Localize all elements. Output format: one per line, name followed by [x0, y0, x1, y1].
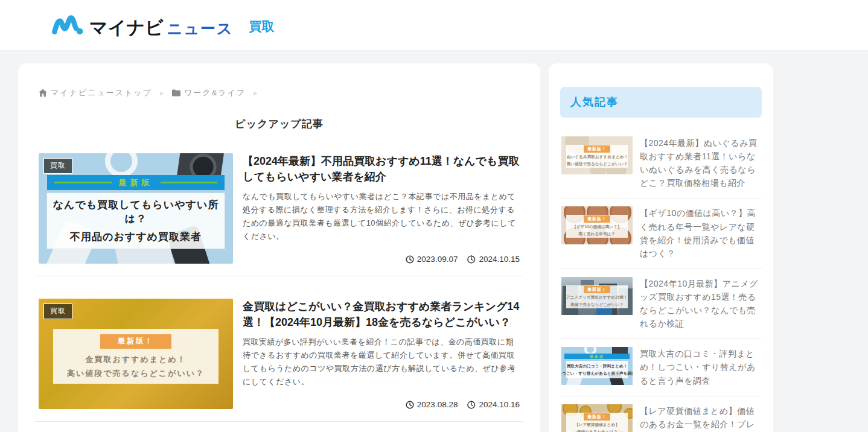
brand-text-main: マイナビ	[89, 19, 164, 37]
article-body: 【2024年最新】不用品買取おすすめ11選！なんでも買取してもらいやすい業者を紹…	[243, 153, 520, 264]
main-content: マイナビニューストップ ＞ ワーク&ライフ ＞ ピックアップ記事 買取	[18, 63, 540, 432]
popular-article-item[interactable]: 最新版！ 【レア硬貨価値まとめ】 価値のあるお金とは？ 【レア硬貨価値まとめ】価…	[560, 396, 762, 432]
mynavi-wave-icon	[51, 14, 83, 37]
popular-article-title: 【2024年10月最新】アニメグッズ買取おすすめ15選！売るならどこがいい？なん…	[640, 277, 761, 330]
updated-date: 2024.10.16	[467, 400, 520, 409]
category-badge: 買取	[43, 158, 72, 174]
article-thumbnail[interactable]: 買取 最新版！ 金買取おすすめまとめ！ 高い値段で売るならどこがいい？	[39, 299, 233, 409]
published-date: 2023.08.28	[406, 400, 458, 409]
popular-article-item[interactable]: 最新版！ ぬいぐるみ買取おすすめまとめ！ 高い値段で売るならどこがいい？ 【20…	[560, 129, 762, 199]
clock-icon	[406, 401, 414, 409]
breadcrumb-home-label: マイナビニューストップ	[51, 87, 152, 98]
article-title-link[interactable]: 金買取はどこがいい？金買取おすすめ業者ランキング14選！【2024年10月最新】…	[243, 299, 520, 330]
published-date: 2023.09.07	[406, 255, 458, 264]
nav-kaitori-link[interactable]: 買取	[249, 16, 275, 35]
sidebar: 人気記事 最新版！ ぬいぐるみ買取おすすめまとめ！ 高い値段で売るならどこがいい…	[549, 63, 773, 432]
history-icon	[467, 255, 476, 264]
clock-icon	[406, 255, 414, 264]
popular-article-title: 【2024年最新】ぬいぐるみ買取おすすめ業者11選！いらないぬいぐるみを高く売る…	[640, 136, 761, 189]
thumb-caption-box: なんでも買取してもらいやすい所は？ 不用品のおすすめ買取業者	[47, 193, 225, 249]
popular-article-item[interactable]: 最新版 買取大吉の口コミ・評判まとめ！ しつこい・すり替えがあると言う声を調査 …	[560, 339, 762, 396]
article-item: 買取 最新版！ 金買取おすすめまとめ！ 高い値段で売るならどこがいい？ 金買取は…	[35, 276, 523, 422]
folder-icon	[172, 89, 180, 97]
page-body: マイナビニューストップ ＞ ワーク&ライフ ＞ ピックアップ記事 買取	[0, 51, 868, 432]
pickup-section-title: ピックアップ記事	[35, 117, 523, 131]
article-dates: 2023.09.07 2024.10.15	[243, 255, 520, 264]
breadcrumb-separator: ＞	[252, 89, 260, 98]
article-excerpt: なんでも買取してもらいやすい業者はどこ？本記事では不用品をまとめて処分する際に損…	[243, 190, 520, 243]
breadcrumb-category-link[interactable]: ワーク&ライフ	[172, 87, 246, 98]
breadcrumb-category-label: ワーク&ライフ	[184, 87, 246, 98]
popular-article-title: 買取大吉の口コミ・評判まとめ！しつこい・すり替えがあると言う声を調査	[640, 347, 761, 387]
breadcrumb-home-link[interactable]: マイナビニューストップ	[39, 87, 152, 98]
popular-article-thumbnail: 最新版！ アニメグッズ買取おすすめ15選！ 高値で売るならどこがいい？	[561, 277, 633, 315]
thumb-caption-box: 最新版！ 金買取おすすめまとめ！ 高い値段で売るならどこがいい？	[53, 329, 219, 384]
popular-article-thumbnail: 最新版！ 【ギザ10の価値は高い？】 高く売れる年号は？	[561, 206, 633, 244]
article-item: 買取 最新版 なんでも買取してもらいやすい所は？ 不用品のおすすめ買取業者 【2…	[35, 131, 523, 276]
article-thumbnail[interactable]: 買取 最新版 なんでも買取してもらいやすい所は？ 不用品のおすすめ買取業者	[39, 153, 233, 264]
article-excerpt: 買取実績が多い評判がいい業者を紹介！この記事では、金の高価買取に期待できるおすす…	[243, 335, 520, 388]
history-icon	[467, 401, 476, 409]
article-body: 金買取はどこがいい？金買取おすすめ業者ランキング14選！【2024年10月最新】…	[243, 299, 520, 409]
brand-text-sub: ニュース	[167, 21, 234, 36]
site-header: マイナビ ニュース 買取	[0, 0, 868, 51]
home-icon	[39, 89, 47, 97]
popular-article-title: 【レア硬貨価値まとめ】価値のあるお金一覧を紹介！プレミア硬貨や希少価値がある硬貨…	[640, 404, 761, 432]
popular-articles-title: 人気記事	[570, 96, 619, 108]
site-logo[interactable]: マイナビ ニュース	[51, 14, 234, 37]
category-badge: 買取	[43, 303, 72, 319]
headphone-deco	[105, 153, 138, 177]
popular-article-thumbnail: 最新版！ 【レア硬貨価値まとめ】 価値のあるお金とは？	[561, 404, 633, 432]
updated-date: 2024.10.15	[467, 255, 520, 264]
popular-article-title: 【ギザ10の価値は高い？】高く売れる年号一覧やレアな硬貨を紹介！使用済みでも価値…	[640, 206, 761, 259]
breadcrumb: マイナビニューストップ ＞ ワーク&ライフ ＞	[35, 87, 523, 98]
popular-article-item[interactable]: 最新版！ 【ギザ10の価値は高い？】 高く売れる年号は？ 【ギザ10の価値は高い…	[560, 199, 762, 268]
article-title-link[interactable]: 【2024年最新】不用品買取おすすめ11選！なんでも買取してもらいやすい業者を紹…	[243, 153, 520, 185]
breadcrumb-separator: ＞	[158, 89, 166, 98]
popular-article-thumbnail: 最新版！ ぬいぐるみ買取おすすめまとめ！ 高い値段で売るならどこがいい？	[561, 136, 633, 174]
popular-article-item[interactable]: 最新版！ アニメグッズ買取おすすめ15選！ 高値で売るならどこがいい？ 【202…	[560, 269, 762, 339]
thumb-banner: 最新版	[47, 175, 225, 190]
popular-article-thumbnail: 最新版 買取大吉の口コミ・評判まとめ！ しつこい・すり替えがあると言う声を調査	[561, 347, 633, 385]
article-dates: 2023.08.28 2024.10.16	[243, 400, 520, 409]
popular-articles-header: 人気記事	[560, 87, 762, 118]
